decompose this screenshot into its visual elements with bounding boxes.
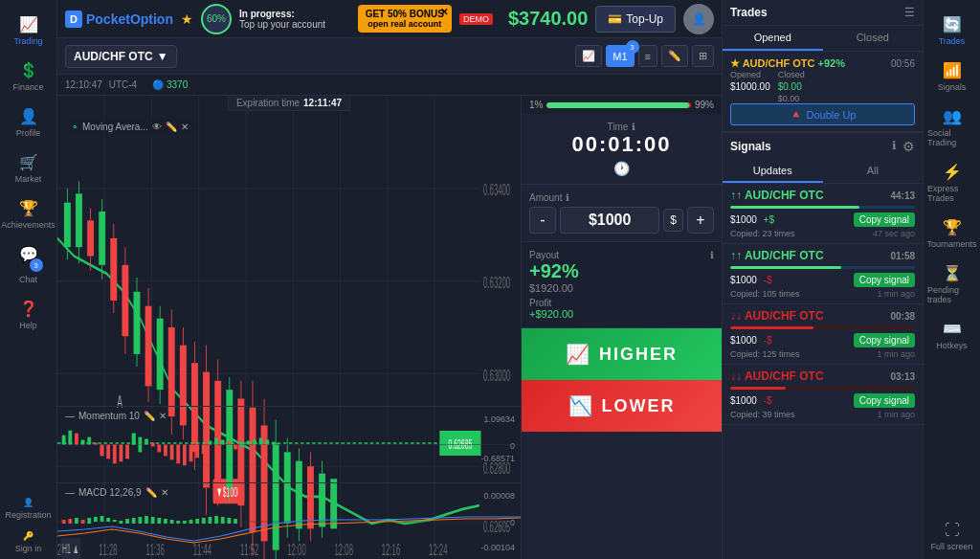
currency-selector[interactable]: $: [663, 209, 683, 232]
nav-profile[interactable]: 👤 Profile: [0, 100, 56, 145]
far-hotkeys-label: Hotkeys: [936, 341, 968, 350]
amount-info-icon[interactable]: ℹ: [566, 192, 569, 203]
signal-row-2b: $1000 -$ Copy signal: [730, 273, 915, 287]
nav-profile-label: Profile: [16, 128, 41, 138]
pair-selector[interactable]: AUD/CHF OTC ▼: [65, 45, 177, 68]
signals-settings-icon[interactable]: ⚙: [902, 139, 915, 154]
svg-text:0.63200: 0.63200: [483, 274, 510, 292]
far-nav-pending[interactable]: ⏳ Pending trades: [924, 257, 980, 312]
nav-achievements[interactable]: 🏆 Achievements: [0, 191, 56, 237]
close-icon[interactable]: ✕: [181, 122, 189, 132]
far-nav-social[interactable]: 👥 Social Trading: [924, 100, 980, 155]
nav-market[interactable]: 🛒 Market: [0, 145, 56, 191]
tab-opened[interactable]: Opened: [723, 26, 823, 51]
svg-rect-36: [157, 319, 164, 390]
momentum-hide-icon[interactable]: —: [65, 411, 75, 421]
svg-text:0.63000: 0.63000: [483, 366, 510, 384]
clock-icon: 🕐: [529, 161, 714, 176]
signal-item-1: ↑↑ AUD/CHF OTC 44:13 $1000 +$ Copy signa…: [723, 184, 923, 244]
svg-rect-140: [259, 438, 263, 445]
signal-progress-fill-4: [730, 387, 786, 390]
signal-amount-4: $1000 -$: [730, 395, 772, 406]
copy-signal-button-2[interactable]: Copy signal: [854, 273, 915, 287]
signals-info-icon[interactable]: ℹ: [892, 139, 897, 154]
far-trades-icon: 🔄: [943, 15, 962, 34]
nav-signin[interactable]: 🔑 Sign in: [0, 525, 56, 559]
higher-button[interactable]: 📈 HIGHER: [522, 328, 722, 380]
svg-rect-141: [265, 440, 269, 445]
nav-registration[interactable]: 👤 Registration: [0, 492, 56, 525]
far-nav-signals[interactable]: 📶 Signals: [924, 54, 980, 100]
nav-finance-label: Finance: [12, 82, 43, 92]
signal-row-3: ↓↓ AUD/CHF OTC 00:38: [730, 309, 915, 323]
macd-edit-icon[interactable]: ✏️: [145, 487, 157, 498]
macd-hide-icon[interactable]: —: [65, 487, 75, 498]
far-nav-trades[interactable]: 🔄 Trades: [924, 8, 980, 54]
payout-pct: +92%: [529, 260, 714, 282]
chart-layout-button[interactable]: ⊞: [692, 45, 714, 67]
topup-button[interactable]: 💳 Top-Up: [595, 6, 676, 33]
trade-amounts: Opened $1000.00 Closed $0.00 $0.00: [730, 70, 915, 103]
chart-type-line[interactable]: 📈: [575, 45, 602, 67]
eye-icon[interactable]: 👁: [152, 122, 162, 132]
bonus-close-icon[interactable]: ✕: [440, 7, 448, 17]
bonus-button[interactable]: GET 50% BONUS open real account ✕: [358, 5, 452, 33]
svg-rect-164: [183, 521, 187, 524]
copy-signal-button-3[interactable]: Copy signal: [854, 333, 915, 347]
svg-rect-120: [138, 437, 142, 445]
signal-amount-3: $1000 -$: [730, 335, 772, 346]
chart-draw-button[interactable]: ✏️: [661, 45, 688, 67]
svg-rect-105: [62, 436, 66, 445]
user-avatar[interactable]: 👤: [683, 4, 714, 34]
trades-menu-icon[interactable]: ☰: [904, 6, 915, 19]
nav-trading[interactable]: 📈 Trading: [0, 8, 56, 54]
tab-all[interactable]: All: [823, 160, 924, 183]
signal-ago-3: 1 min ago: [877, 349, 915, 359]
momentum-close-icon[interactable]: ✕: [159, 411, 167, 421]
payout-info-icon[interactable]: ℹ: [710, 250, 714, 260]
chat-badge: 3: [30, 258, 43, 272]
far-nav-hotkeys[interactable]: ⌨️ Hotkeys: [924, 312, 980, 358]
svg-rect-119: [138, 445, 142, 453]
in-progress-sub: Top up your account: [239, 19, 325, 30]
tab-closed[interactable]: Closed: [823, 26, 924, 51]
svg-rect-156: [132, 518, 136, 524]
far-signals-icon: 📶: [943, 61, 962, 79]
far-pending-icon: ⏳: [943, 264, 962, 282]
far-nav-tournaments[interactable]: 🏆 Tournaments: [924, 211, 980, 257]
macd-label: — MACD 12,26,9 ✏️ ✕: [65, 487, 168, 498]
time-display: 00:01:00: [529, 132, 714, 157]
trade-pair-name: ★ AUD/CHF OTC +92%: [730, 57, 845, 70]
macd-close-icon[interactable]: ✕: [161, 487, 168, 498]
svg-rect-135: [234, 445, 237, 450]
signals-section: Signals ℹ ⚙ Updates All ↑↑ AUD/CHF OTC 4…: [723, 132, 923, 559]
momentum-edit-icon[interactable]: ✏️: [144, 411, 155, 421]
nav-finance[interactable]: 💲 Finance: [0, 54, 56, 100]
nav-help[interactable]: ❓ Help: [0, 292, 56, 338]
timeframe-button[interactable]: M1 3: [606, 45, 634, 67]
tab-updates[interactable]: Updates: [723, 160, 823, 183]
far-express-label: Express Trades: [927, 184, 976, 203]
favorite-star[interactable]: ★: [181, 11, 193, 27]
svg-rect-126: [176, 445, 180, 464]
time-info-icon[interactable]: ℹ: [632, 122, 635, 132]
svg-rect-12: [64, 203, 71, 248]
svg-rect-171: [227, 518, 231, 524]
double-up-button[interactable]: 🔺 Double Up: [730, 103, 915, 125]
copy-signal-button-4[interactable]: Copy signal: [854, 393, 915, 408]
far-nav-fullscreen[interactable]: ⛶ Full screen: [924, 514, 980, 559]
far-nav-express[interactable]: ⚡ Express Trades: [924, 155, 980, 211]
copy-signal-button-1[interactable]: Copy signal: [854, 212, 915, 227]
chart-indicators-button[interactable]: ≡: [638, 45, 657, 67]
amount-decrease-button[interactable]: -: [529, 207, 556, 234]
signal-pair-3: ↓↓ AUD/CHF OTC: [730, 309, 824, 323]
progress-track: [546, 102, 691, 108]
svg-rect-123: [157, 445, 161, 453]
lower-button[interactable]: 📉 LOWER: [522, 380, 722, 432]
nav-chat[interactable]: 💬 3 Chat: [0, 237, 56, 292]
amount-increase-button[interactable]: +: [687, 207, 714, 234]
edit-icon[interactable]: ✏️: [166, 122, 177, 132]
payout-label: Payout ℹ: [529, 250, 714, 260]
nav-trading-label: Trading: [13, 36, 42, 46]
svg-rect-166: [195, 519, 199, 524]
